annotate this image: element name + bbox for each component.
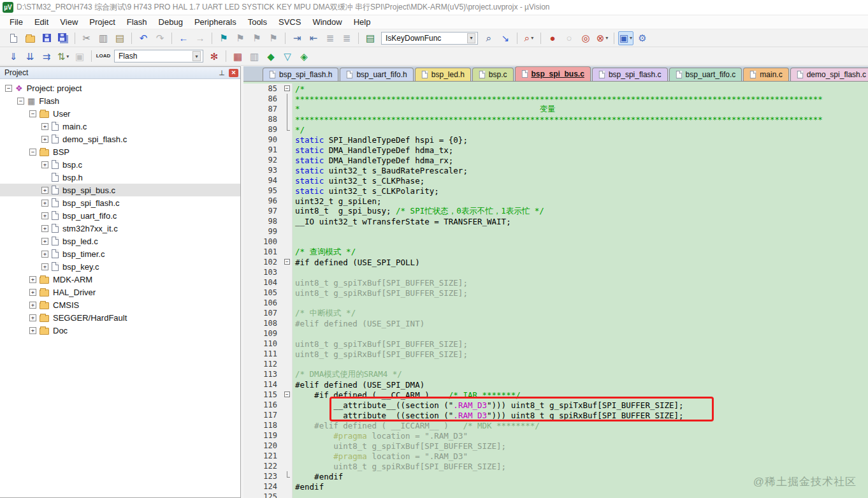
menu-svcs[interactable]: SVCS	[273, 16, 307, 28]
manage-components-button[interactable]: ▦	[230, 49, 245, 63]
expand-icon[interactable]: +	[41, 225, 48, 232]
back-button[interactable]: ←	[176, 31, 191, 45]
tree-item-bsp-timer-c[interactable]: +bsp_timer.c	[0, 247, 240, 260]
copy-button[interactable]: ▥	[96, 31, 111, 45]
open-file-button[interactable]	[22, 31, 38, 45]
file-extensions-button[interactable]: ▥	[247, 49, 262, 63]
bookmark-toggle-button[interactable]: ⚑	[216, 31, 231, 45]
fold-collapse-icon[interactable]: −	[284, 85, 290, 91]
tree-item-bsp-led-c[interactable]: +bsp_led.c	[0, 235, 240, 247]
tree-item-cmsis[interactable]: +CMSIS	[0, 298, 240, 311]
manage-rte-button[interactable]: ◆	[263, 49, 278, 63]
cut-button[interactable]: ✂	[79, 31, 94, 45]
goto-definition-button[interactable]: ↘	[498, 31, 513, 45]
chevron-down-icon[interactable]: ▾	[630, 35, 632, 41]
tab-bsp-c[interactable]: bsp.c	[472, 68, 514, 81]
code-editor[interactable]: 85−/*86*********************************…	[243, 81, 868, 498]
tree-item-bsp-spi-bus-c[interactable]: +bsp_spi_bus.c	[0, 184, 240, 196]
pin-icon[interactable]: ⊥	[217, 69, 227, 77]
pack-installer-button[interactable]: ◈	[296, 49, 312, 63]
expand-icon[interactable]: +	[41, 212, 48, 219]
chevron-down-icon[interactable]: ▾	[66, 54, 69, 59]
select-packs-button[interactable]: ▽	[280, 49, 295, 63]
new-file-button[interactable]	[6, 31, 21, 45]
expand-icon[interactable]: +	[41, 187, 48, 194]
find-button[interactable]: ⌕▾	[521, 31, 537, 45]
chevron-down-icon[interactable]: ▾	[192, 51, 201, 61]
fold-collapse-icon[interactable]: −	[284, 392, 290, 397]
insert-breakpoint-button[interactable]: ●	[545, 31, 560, 45]
comment-button[interactable]: ≣	[322, 31, 338, 45]
configure-button[interactable]: ⚙	[635, 31, 650, 45]
tree-item-project-project[interactable]: −❖Project: project	[0, 82, 240, 94]
close-icon[interactable]: ✕	[229, 69, 238, 77]
tree-item-bsp-uart-fifo-c[interactable]: +bsp_uart_fifo.c	[0, 209, 240, 222]
tree-item-mdk-arm[interactable]: +MDK-ARM	[0, 273, 240, 286]
tree-item-bsp-key-c[interactable]: +bsp_key.c	[0, 260, 240, 273]
tree-item-segger-hardfault[interactable]: +SEGGER/HardFault	[0, 311, 240, 324]
undo-button[interactable]: ↶	[136, 31, 151, 45]
menu-window[interactable]: Window	[307, 16, 347, 28]
fold-margin[interactable]: −	[282, 257, 293, 267]
collapse-icon[interactable]: −	[5, 85, 12, 92]
tab-bsp-spi-bus-c[interactable]: bsp_spi_bus.c	[515, 66, 591, 81]
tree-item-user[interactable]: −User	[0, 107, 240, 120]
chevron-down-icon[interactable]: ▾	[605, 35, 608, 41]
tab-bsp-spi-flash-c[interactable]: bsp_spi_flash.c	[592, 68, 668, 81]
bookmark-clear-button[interactable]: ⚑	[266, 31, 281, 45]
stop-build-button[interactable]: ▣	[72, 49, 87, 63]
enable-disable-breakpoint-button[interactable]: ◎	[578, 31, 593, 45]
translate-button[interactable]: ⇓	[6, 49, 21, 63]
tree-item-bsp-c[interactable]: +bsp.c	[0, 158, 240, 171]
window-layout-button[interactable]: ▣▾	[618, 31, 633, 45]
menu-peripherals[interactable]: Peripherals	[189, 16, 242, 28]
collapse-icon[interactable]: −	[17, 98, 24, 105]
find-in-files-button[interactable]: ⌕	[481, 31, 496, 45]
forward-button[interactable]: →	[192, 31, 208, 45]
expand-icon[interactable]: +	[29, 276, 36, 283]
tree-item-doc[interactable]: +Doc	[0, 324, 240, 337]
expand-icon[interactable]: +	[41, 251, 48, 258]
save-button[interactable]	[39, 31, 54, 45]
save-all-button[interactable]	[55, 31, 71, 45]
chevron-down-icon[interactable]: ▾	[531, 35, 533, 41]
disable-breakpoint-button[interactable]: ○	[561, 31, 577, 45]
fold-margin[interactable]: −	[282, 84, 293, 94]
expand-icon[interactable]: +	[41, 200, 48, 207]
menu-flash[interactable]: Flash	[121, 16, 153, 28]
expand-icon[interactable]: +	[29, 314, 36, 321]
fold-collapse-icon[interactable]: −	[284, 259, 290, 265]
chevron-down-icon[interactable]: ▾	[467, 33, 475, 43]
tree-item-bsp[interactable]: −BSP	[0, 145, 240, 158]
redo-button[interactable]: ↷	[152, 31, 168, 45]
paste-button[interactable]: ▤	[112, 31, 127, 45]
menu-project[interactable]: Project	[83, 16, 120, 28]
tree-item-bsp-h[interactable]: bsp.h	[0, 171, 240, 184]
function-navigate-icon[interactable]: ▤	[363, 31, 378, 45]
tree-item-demo-spi-flash-c[interactable]: +demo_spi_flash.c	[0, 133, 240, 145]
tree-item-bsp-spi-flash-c[interactable]: +bsp_spi_flash.c	[0, 196, 240, 209]
tree-item-flash[interactable]: −▦Flash	[0, 94, 240, 107]
expand-icon[interactable]: +	[41, 263, 48, 270]
current-function-combo[interactable]: IsKeyDownFunc▾	[381, 32, 478, 45]
indent-button[interactable]: ⇥	[289, 31, 305, 45]
target-options-button[interactable]: ✻	[206, 49, 222, 63]
collapse-icon[interactable]: −	[29, 149, 36, 156]
menu-debug[interactable]: Debug	[153, 16, 189, 28]
menu-tools[interactable]: Tools	[242, 16, 273, 28]
tab-bsp-led-h[interactable]: bsp_led.h	[415, 68, 471, 81]
uncomment-button[interactable]: ≣	[339, 31, 354, 45]
tab-demo-spi-flash-c[interactable]: demo_spi_flash.c	[790, 68, 868, 81]
batch-build-button[interactable]: ⇅▾	[55, 49, 71, 63]
target-combo[interactable]: Flash▾	[114, 50, 203, 62]
collapse-icon[interactable]: −	[29, 110, 36, 117]
rebuild-button[interactable]: ⇉	[39, 49, 54, 63]
expand-icon[interactable]: +	[41, 123, 48, 130]
tab-bsp-uart-fifo-c[interactable]: bsp_uart_fifo.c	[669, 68, 742, 81]
build-button[interactable]: ⇊	[22, 49, 38, 63]
menu-view[interactable]: View	[54, 16, 83, 28]
expand-icon[interactable]: +	[41, 238, 48, 245]
kill-breakpoints-button[interactable]: ⊗▾	[595, 31, 610, 45]
outdent-button[interactable]: ⇤	[306, 31, 321, 45]
menu-file[interactable]: File	[4, 16, 29, 28]
